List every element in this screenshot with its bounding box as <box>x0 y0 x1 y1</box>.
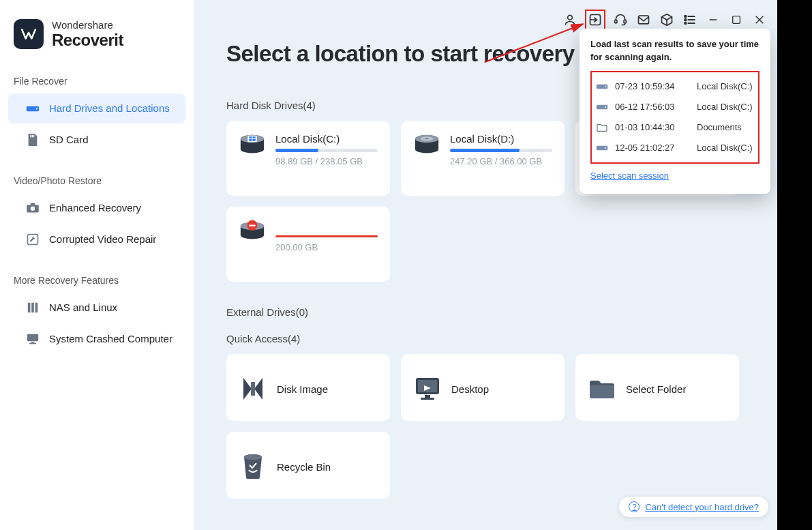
sidebar-item-system-crashed[interactable]: System Crashed Computer <box>8 324 185 354</box>
session-row[interactable]: 12-05 21:02:27 Local Disk(C:) <box>595 138 755 158</box>
drive-card-c[interactable]: Local Disk(C:) 98.89 GB / 238.05 GB <box>226 121 390 196</box>
quick-label: Select Folder <box>626 383 686 395</box>
session-location: Local Disk(C:) <box>697 81 753 91</box>
svg-rect-4 <box>33 135 34 138</box>
help-detect-drive-link[interactable]: ? Can't detect your hard drive? <box>618 496 769 518</box>
session-row[interactable]: 01-03 10:44:30 Documents <box>595 117 755 138</box>
section-external-drives: External Drives(0) <box>226 306 777 318</box>
sidebar-item-label: Corrupted Video Repair <box>49 233 156 245</box>
svg-point-47 <box>685 19 687 21</box>
svg-rect-9 <box>28 303 31 312</box>
sidebar-item-label: SD Card <box>49 134 89 145</box>
svg-rect-2 <box>30 135 31 138</box>
sidebar: Wondershare Recoverit File Recover Hard … <box>0 0 194 530</box>
session-time: 07-23 10:59:34 <box>615 81 690 91</box>
svg-point-51 <box>605 86 606 87</box>
minimize-icon[interactable] <box>705 12 721 28</box>
svg-rect-12 <box>27 334 38 341</box>
sidebar-item-nas-linux[interactable]: NAS and Linux <box>8 293 185 323</box>
sidebar-item-sd-card[interactable]: SD Card <box>8 125 185 155</box>
svg-rect-14 <box>29 343 36 344</box>
trash-icon <box>239 452 267 481</box>
svg-rect-49 <box>733 16 740 24</box>
drive-usage: 98.89 GB / 238.05 GB <box>275 156 378 166</box>
diskimage-icon <box>239 374 267 403</box>
svg-point-55 <box>605 147 606 149</box>
hdd-icon <box>26 102 40 115</box>
session-location: Local Disk(C:) <box>697 143 753 153</box>
svg-rect-19 <box>252 136 255 138</box>
session-location: Local Disk(C:) <box>697 102 753 112</box>
hdd-drive-icon <box>413 134 440 156</box>
quick-label: Recycle Bin <box>277 461 331 473</box>
drive-card-d[interactable]: Local Disk(D:) 247.20 GB / 366.00 GB <box>401 121 565 196</box>
logo-text: Wondershare Recoverit <box>52 19 123 50</box>
svg-point-1 <box>36 108 37 109</box>
folder-icon <box>596 121 608 134</box>
svg-point-41 <box>568 15 573 20</box>
session-location: Documents <box>697 122 742 132</box>
sidebar-section-more: More Recovery Features <box>0 267 194 291</box>
drive-name: Local Disk(D:) <box>450 133 552 145</box>
svg-point-6 <box>31 206 35 210</box>
quick-recycle-bin[interactable]: Recycle Bin <box>226 432 390 499</box>
support-icon[interactable] <box>612 12 629 28</box>
quick-label: Desktop <box>451 383 489 395</box>
svg-rect-11 <box>35 303 38 312</box>
desktop-icon <box>413 374 442 403</box>
svg-rect-18 <box>249 136 252 138</box>
session-row[interactable]: 07-23 10:59:34 Local Disk(C:) <box>595 76 755 97</box>
popup-sessions-list: 07-23 10:59:34 Local Disk(C:) 06-12 17:5… <box>590 71 760 164</box>
svg-rect-37 <box>421 398 434 400</box>
capacity-bar <box>275 149 378 152</box>
select-scan-session-link[interactable]: Select scan session <box>590 171 669 181</box>
session-time: 06-12 17:56:03 <box>615 102 690 112</box>
sidebar-section-file-recover: File Recover <box>0 68 194 92</box>
mail-icon[interactable] <box>635 12 652 28</box>
page-title: Select a location to start recovery <box>226 41 575 67</box>
hdd-icon <box>596 101 608 113</box>
svg-rect-21 <box>252 139 255 141</box>
session-row[interactable]: 06-12 17:56:03 Local Disk(C:) <box>595 97 755 117</box>
list-icon[interactable] <box>682 12 698 28</box>
quick-desktop[interactable]: Desktop <box>401 354 565 421</box>
popup-description: Load last scan results to save your time… <box>590 38 760 64</box>
package-icon[interactable] <box>659 12 675 28</box>
session-time: 01-03 10:44:30 <box>615 122 690 132</box>
sidebar-item-label: System Crashed Computer <box>49 333 172 344</box>
capacity-bar <box>275 235 378 238</box>
svg-rect-44 <box>624 20 626 23</box>
sdcard-icon <box>26 133 40 147</box>
import-session-icon[interactable] <box>585 10 605 30</box>
drive-card-lost[interactable]: 200.00 GB <box>226 207 390 282</box>
svg-rect-35 <box>418 380 437 392</box>
sidebar-section-video-photo: Video/Photo Restore <box>0 167 194 192</box>
svg-point-53 <box>605 106 606 108</box>
svg-point-48 <box>685 23 687 25</box>
sidebar-item-corrupted-video[interactable]: Corrupted Video Repair <box>8 224 185 254</box>
monitor-icon <box>26 332 40 346</box>
sidebar-item-enhanced-recovery[interactable]: Enhanced Recovery <box>8 193 185 223</box>
svg-rect-45 <box>639 16 649 24</box>
svg-rect-7 <box>31 203 35 205</box>
quick-disk-image[interactable]: Disk Image <box>226 354 390 421</box>
svg-rect-32 <box>249 224 256 226</box>
svg-rect-13 <box>31 342 35 343</box>
quick-select-folder[interactable]: Select Folder <box>575 354 739 421</box>
close-icon[interactable] <box>751 12 768 28</box>
svg-rect-20 <box>249 139 252 141</box>
svg-rect-43 <box>615 20 617 23</box>
svg-point-40 <box>244 454 262 460</box>
maximize-icon[interactable] <box>728 12 745 28</box>
windows-drive-icon <box>239 134 266 156</box>
svg-rect-33 <box>251 382 255 396</box>
svg-rect-3 <box>32 135 33 138</box>
sidebar-item-label: Enhanced Recovery <box>49 202 141 214</box>
user-icon[interactable] <box>562 12 578 28</box>
svg-rect-36 <box>425 395 430 398</box>
lost-drive-icon <box>239 220 266 242</box>
drive-name: Local Disk(C:) <box>275 133 378 145</box>
sidebar-item-hard-drives[interactable]: Hard Drives and Locations <box>8 93 185 123</box>
drive-usage: 200.00 GB <box>275 242 378 252</box>
capacity-bar <box>450 149 552 152</box>
